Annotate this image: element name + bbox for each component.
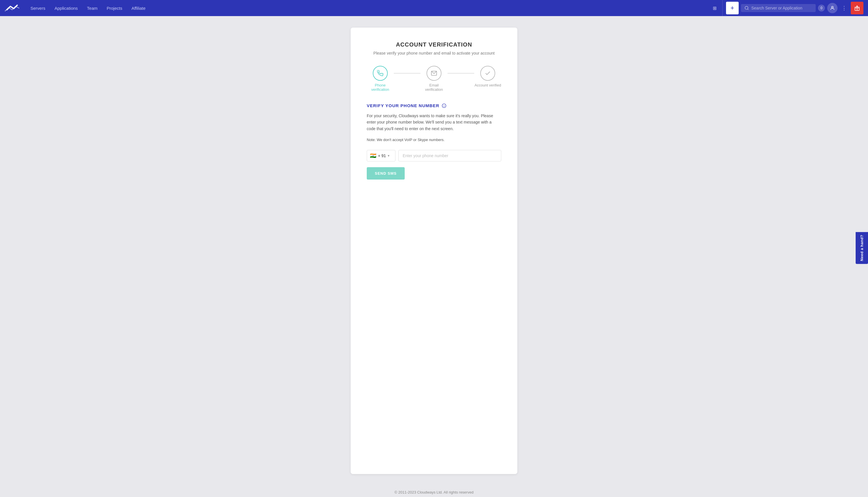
logo[interactable] <box>4 3 19 13</box>
info-icon <box>442 103 446 108</box>
verify-note: Note: We don't accept VoIP or Skype numb… <box>367 138 501 142</box>
nav-projects[interactable]: Projects <box>102 3 126 13</box>
step-verified: Account verified <box>474 66 501 87</box>
verify-description: For your security, Cloudways wants to ma… <box>367 113 501 132</box>
search-icon <box>744 6 749 10</box>
grid-button[interactable]: ⊞ <box>711 4 719 12</box>
step-verified-label: Account verified <box>475 83 501 87</box>
need-hand-widget: Need a hand? <box>856 232 868 265</box>
footer: © 2011-2023 Cloudways Ltd. All rights re… <box>0 485 868 497</box>
add-button[interactable]: + <box>726 2 739 14</box>
navbar: Servers Applications Team Projects Affil… <box>0 0 868 16</box>
more-options-button[interactable]: ⋮ <box>840 4 849 12</box>
footer-text: © 2011-2023 Cloudways Ltd. All rights re… <box>395 490 474 494</box>
svg-point-2 <box>831 6 833 8</box>
email-icon <box>431 70 437 76</box>
avatar-button[interactable] <box>827 3 838 13</box>
nav-links: Servers Applications Team Projects Affil… <box>26 3 711 13</box>
check-icon <box>485 70 491 76</box>
nav-affiliate[interactable]: Affiliate <box>127 3 150 13</box>
step-phone-label: Phone verification <box>367 83 394 91</box>
main-content: ACCOUNT VERIFICATION Please verify your … <box>0 16 868 485</box>
step-email: Email verification <box>420 66 448 91</box>
nav-servers[interactable]: Servers <box>26 3 50 13</box>
phone-input[interactable] <box>398 150 501 161</box>
step-email-icon <box>426 66 442 81</box>
search-input[interactable] <box>751 6 809 10</box>
nav-team[interactable]: Team <box>83 3 102 13</box>
step-connector-2 <box>448 73 475 73</box>
divider <box>722 0 723 16</box>
verification-card: ACCOUNT VERIFICATION Please verify your … <box>351 28 517 474</box>
send-sms-button[interactable]: SEND SMS <box>367 167 405 180</box>
step-connector-1 <box>394 73 421 73</box>
phone-icon <box>377 70 383 76</box>
country-code: + 91 <box>378 153 386 158</box>
notification-badge[interactable]: 0 <box>818 4 825 12</box>
country-select[interactable]: 🇮🇳 + 91 ▾ <box>367 150 395 161</box>
search-bar <box>741 4 816 12</box>
svg-line-1 <box>747 9 748 10</box>
step-email-label: Email verification <box>420 83 448 91</box>
card-title: ACCOUNT VERIFICATION <box>367 41 501 48</box>
step-verified-icon <box>480 66 495 81</box>
step-phone: Phone verification <box>367 66 394 91</box>
verify-title: VERIFY YOUR PHONE NUMBER <box>367 103 501 108</box>
phone-row: 🇮🇳 + 91 ▾ <box>367 150 501 161</box>
need-hand-button[interactable]: Need a hand? <box>856 232 868 264</box>
country-flag: 🇮🇳 <box>370 153 376 159</box>
chevron-down-icon: ▾ <box>388 154 390 158</box>
step-phone-icon <box>373 66 388 81</box>
user-icon <box>830 5 835 11</box>
gift-button[interactable] <box>851 2 864 14</box>
svg-point-0 <box>745 6 748 10</box>
card-subtitle: Please verify your phone number and emai… <box>367 51 501 55</box>
navbar-right: ⊞ + 0 ⋮ <box>711 0 864 16</box>
gift-icon <box>854 5 860 11</box>
nav-applications[interactable]: Applications <box>51 3 82 13</box>
steps: Phone verification Email verification <box>367 66 501 91</box>
